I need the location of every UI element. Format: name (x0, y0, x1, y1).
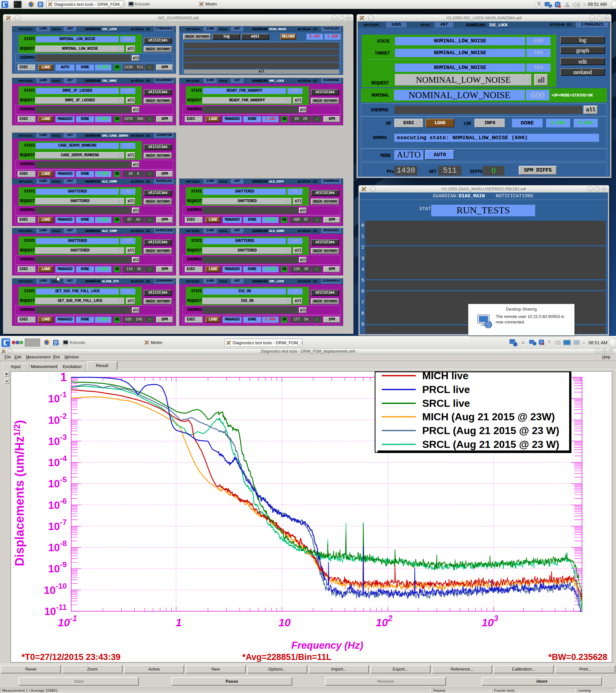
svg-text:*Avg=228851/Bin=11L: *Avg=228851/Bin=11L (242, 652, 332, 662)
svg-text:>_: >_ (15, 2, 18, 4)
svg-text:1: 1 (176, 616, 182, 629)
svg-text:SRCL live: SRCL live (422, 397, 470, 409)
svg-text:MICH live: MICH live (422, 371, 469, 381)
svg-text:PRCL (Aug 21 2015 @ 23 W): PRCL (Aug 21 2015 @ 23 W) (422, 425, 559, 436)
svg-text:Frequency (Hz): Frequency (Hz) (291, 640, 363, 651)
svg-text:*BW=0.235628: *BW=0.235628 (548, 652, 607, 662)
svg-text:SRCL (Aug 21 2015 @ 23 W): SRCL (Aug 21 2015 @ 23 W) (422, 439, 559, 450)
svg-text:Displacements (um/Hz1/2): Displacements (um/Hz1/2) (12, 420, 26, 566)
svg-text:*T0=27/12/2015 23:43:39: *T0=27/12/2015 23:43:39 (21, 652, 121, 662)
svg-text:21: 21 (521, 341, 525, 344)
svg-text:1: 1 (60, 371, 67, 384)
svg-text:MICH (Aug 21 2015 @ 23W): MICH (Aug 21 2015 @ 23W) (422, 411, 555, 422)
svg-text:10: 10 (278, 616, 291, 629)
svg-text:PRCL live: PRCL live (422, 384, 470, 395)
